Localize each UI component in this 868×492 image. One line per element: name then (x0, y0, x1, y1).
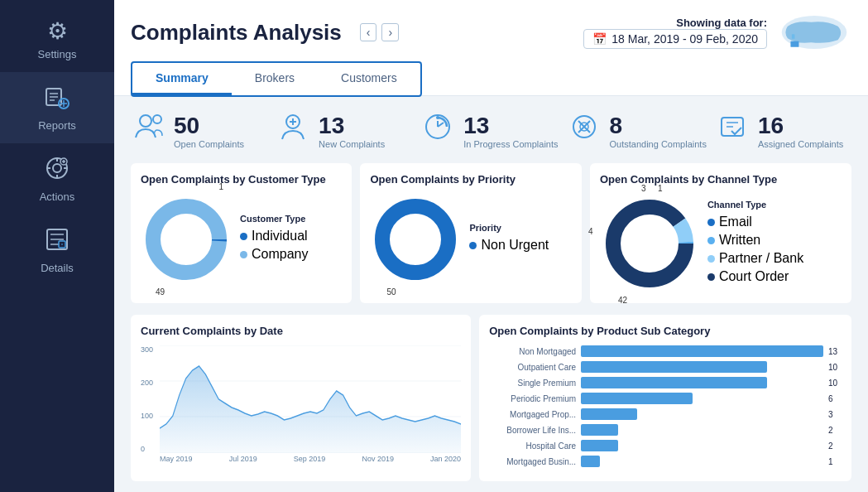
bar-fill (581, 424, 618, 436)
stats-row: 50 Open Complaints 13 New Complaints (131, 109, 851, 152)
stat-new: 13 New Complaints (276, 109, 412, 152)
bar-fill (581, 377, 767, 388)
sidebar-item-reports[interactable]: Reports (0, 72, 114, 143)
nonurgent-dot (469, 242, 477, 249)
sidebar: ⚙ Settings Reports (0, 0, 114, 492)
showing-label: Showing data for: (583, 17, 767, 29)
stat-inprogress-label: In Progress Complaints (463, 139, 558, 149)
bar-row: Single Premium10 (489, 377, 842, 388)
tab-brokers[interactable]: Brokers (232, 63, 318, 95)
bar-track (581, 424, 823, 436)
actions-icon (44, 155, 70, 186)
sidebar-item-settings[interactable]: ⚙ Settings (0, 8, 114, 72)
x-axis-labels: May 2019 Jul 2019 Sep 2019 Nov 2019 Jan … (160, 453, 461, 463)
individual-dot (240, 233, 247, 240)
svg-point-8 (53, 164, 61, 172)
ct-legend-individual: Individual (240, 229, 308, 244)
bar-value: 13 (828, 347, 842, 356)
bar-label: Borrower Life Ins... (489, 426, 576, 435)
ch-legend-email: Email (707, 215, 803, 229)
ch-legend-title: Channel Type (707, 200, 803, 210)
ct-legend-company: Company (240, 247, 308, 262)
sidebar-item-settings-label: Settings (38, 48, 77, 60)
court-label: Court Order (719, 269, 789, 284)
bar-track (581, 377, 823, 388)
ch-legend-partner: Partner / Bank (707, 251, 803, 266)
bar-value: 2 (828, 426, 842, 435)
sidebar-item-actions[interactable]: Actions (0, 143, 114, 215)
bar-label: Mortgaged Prop... (489, 410, 576, 419)
partner-label: Partner / Bank (719, 251, 803, 266)
svg-point-48 (624, 218, 675, 269)
svg-point-26 (153, 115, 161, 123)
bar-track (581, 440, 823, 451)
tab-summary[interactable]: Summary (132, 63, 232, 95)
ct-legend-title: Customer Type (240, 214, 308, 224)
bar-track (581, 408, 823, 420)
inprogress-icon (420, 109, 455, 152)
court-dot (707, 273, 715, 281)
donut-ch-topright: 1 (658, 184, 663, 193)
priority-title: Open Complaints by Priority (370, 173, 571, 186)
x-sep: Sep 2019 (294, 455, 326, 463)
svg-rect-24 (792, 34, 795, 39)
new-complaints-icon (276, 109, 310, 152)
stat-assigned-label: Assigned Complaints (758, 139, 843, 149)
bottom-row: Current Complaints by Date 300 200 100 0 (131, 315, 851, 481)
bar-row: Mortgaged Busin...1 (489, 456, 842, 467)
prev-arrow[interactable]: ‹ (360, 23, 377, 41)
tabs-wrapper: Summary Brokers Customers (131, 61, 422, 97)
channel-title: Open Complaints by Channel Type (600, 173, 842, 186)
stat-outstanding-number: 8 (610, 113, 707, 139)
company-dot (240, 251, 247, 258)
bar-value: 1 (828, 457, 842, 466)
x-jan: Jan 2020 (430, 455, 461, 463)
line-chart-svg (160, 345, 461, 453)
tabs: Summary Brokers Customers (132, 63, 420, 95)
bar-value: 10 (828, 379, 842, 388)
written-label: Written (719, 233, 760, 248)
bar-fill (581, 408, 637, 420)
bar-fill (581, 345, 823, 357)
stat-open-label: Open Complaints (174, 139, 244, 149)
date-section: Showing data for: 📅 18 Mar, 2019 - 09 Fe… (583, 12, 851, 53)
charts-row: Open Complaints by Customer Type 1 49 Cu… (131, 163, 851, 303)
sidebar-item-reports-label: Reports (38, 119, 76, 132)
stat-new-number: 13 (319, 113, 385, 139)
next-arrow[interactable]: › (381, 23, 399, 41)
page-title: Complaints Analysis (131, 20, 342, 46)
us-map (777, 12, 851, 53)
bar-row: Borrower Life Ins...2 (489, 424, 842, 436)
header: Complaints Analysis ‹ › Showing data for… (114, 0, 868, 96)
sidebar-item-details[interactable]: Details (0, 215, 114, 286)
svg-point-31 (436, 116, 439, 119)
stat-inprogress: 13 In Progress Complaints (420, 109, 558, 152)
line-chart-title: Current Complaints by Date (141, 325, 461, 337)
stat-assigned-number: 16 (758, 113, 843, 139)
stat-outstanding-label: Outstanding Complaints (610, 139, 707, 149)
line-chart-panel: Current Complaints by Date 300 200 100 0 (131, 315, 471, 481)
y-300: 300 (141, 345, 153, 354)
donut-ct-top: 1 (218, 182, 223, 191)
stat-assigned: 16 Assigned Complaints (715, 109, 851, 152)
sidebar-item-actions-label: Actions (40, 191, 75, 203)
priority-chart: Open Complaints by Priority 50 Priority (360, 163, 581, 303)
bar-label: Periodic Premium (489, 394, 576, 403)
y-100: 100 (141, 412, 153, 420)
open-complaints-icon (131, 109, 165, 152)
bar-track (581, 345, 823, 357)
ch-legend-written: Written (707, 233, 803, 248)
bar-value: 6 (828, 394, 842, 403)
tab-customers[interactable]: Customers (318, 63, 420, 95)
bar-value: 10 (828, 363, 842, 372)
bar-label: Outpatient Care (489, 363, 576, 372)
bar-label: Mortgaged Busin... (489, 457, 576, 466)
svg-point-43 (392, 216, 439, 263)
stat-open: 50 Open Complaints (131, 109, 267, 152)
company-label: Company (252, 247, 308, 262)
date-range-value: 18 Mar, 2019 - 09 Feb, 2020 (611, 32, 758, 46)
customer-type-title: Open Complaints by Customer Type (141, 173, 342, 186)
reports-icon (44, 84, 70, 114)
customer-type-chart: Open Complaints by Customer Type 1 49 Cu… (131, 163, 352, 303)
bar-track (581, 361, 823, 373)
